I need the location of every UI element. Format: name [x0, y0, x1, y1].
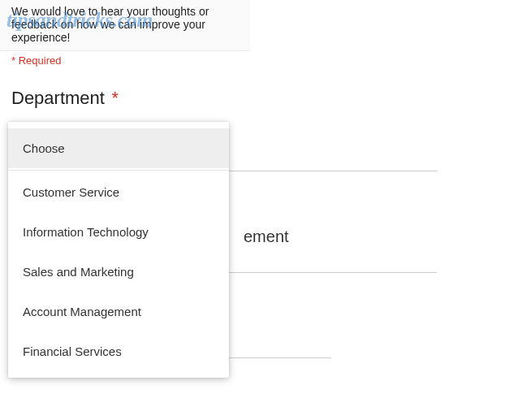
required-star: *: [111, 88, 119, 108]
form-description-block: We would love to hear your thoughts or f…: [0, 0, 250, 51]
dropdown-option[interactable]: Account Management: [8, 292, 229, 331]
required-note: * Required: [0, 51, 531, 73]
dropdown-separator: [8, 170, 229, 171]
dropdown-option-placeholder[interactable]: Choose: [8, 128, 229, 168]
background-partial-text: ement: [244, 227, 289, 246]
question-block: Department *: [0, 73, 531, 109]
dropdown-option[interactable]: Financial Services: [8, 331, 229, 371]
question-label: Department: [11, 88, 105, 108]
form-description: We would love to hear your thoughts or f…: [0, 0, 250, 45]
dropdown-option[interactable]: Sales and Marketing: [8, 252, 229, 292]
department-dropdown-menu: Choose Customer Service Information Tech…: [8, 122, 229, 378]
dropdown-option[interactable]: Customer Service: [8, 172, 229, 212]
dropdown-option[interactable]: Information Technology: [8, 212, 229, 252]
